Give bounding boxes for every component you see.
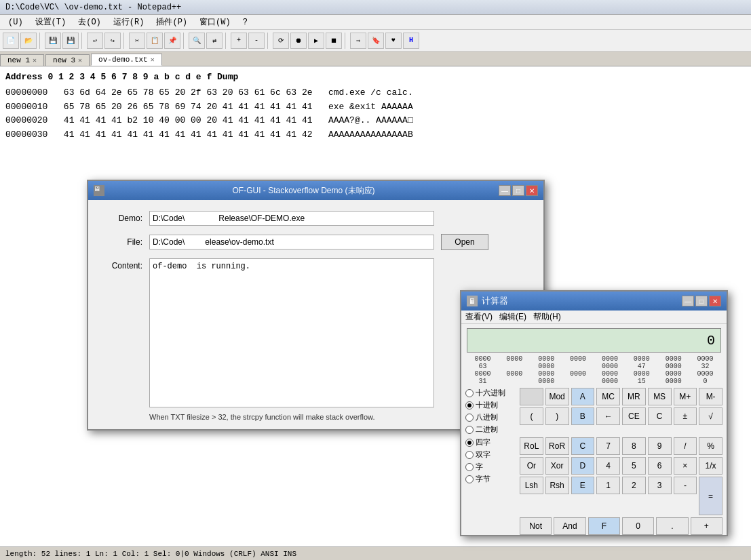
calc-menu-edit[interactable]: 编辑(E): [499, 311, 526, 323]
calc-Not-btn[interactable]: Not: [520, 517, 552, 535]
toolbar-btn-stop[interactable]: ⏹: [326, 33, 342, 49]
menu-plugins[interactable]: 插件(P): [151, 15, 193, 29]
radio-qword[interactable]: 四字: [465, 437, 517, 447]
calc-close-btn[interactable]: ✕: [709, 296, 721, 306]
menu-help[interactable]: ?: [237, 16, 253, 28]
calc-MC-btn[interactable]: MC: [596, 388, 620, 405]
tab-new1-close[interactable]: ✕: [33, 56, 37, 64]
menu-settings[interactable]: 设置(T): [30, 15, 72, 29]
calc-And-btn[interactable]: And: [554, 517, 585, 535]
ofgui-open-btn[interactable]: Open: [441, 234, 488, 250]
radio-hex[interactable]: 十六进制: [465, 388, 517, 398]
calc-menu-view[interactable]: 查看(V): [465, 311, 493, 323]
tab-new3-close[interactable]: ✕: [78, 56, 82, 64]
calc-RoR-btn[interactable]: RoR: [545, 437, 569, 455]
calc-6-btn[interactable]: 6: [648, 457, 672, 475]
toolbar-btn-save[interactable]: 💾: [45, 33, 61, 49]
calc-F-btn[interactable]: F: [588, 517, 620, 535]
ofgui-demo-input[interactable]: [149, 211, 434, 226]
toolbar-btn-new[interactable]: 📄: [3, 33, 19, 49]
toolbar-btn-replace[interactable]: ⇄: [206, 33, 223, 49]
calc-D-btn[interactable]: D: [571, 457, 595, 475]
radio-bin[interactable]: 二进制: [465, 424, 517, 435]
calc-Mplus-btn[interactable]: M+: [674, 388, 697, 405]
radio-dword[interactable]: 双字: [465, 449, 517, 460]
calc-pct-btn[interactable]: %: [699, 437, 723, 455]
toolbar-btn-undo[interactable]: ↩: [87, 33, 103, 49]
calc-C-btn[interactable]: C: [648, 407, 672, 425]
toolbar-btn-cut[interactable]: ✂: [129, 33, 145, 49]
toolbar-btn-saveall[interactable]: 💾: [62, 33, 79, 49]
calc-mod-btn[interactable]: Mod: [545, 388, 569, 405]
ofgui-minimize-btn[interactable]: —: [499, 185, 511, 196]
calc-2-btn[interactable]: 2: [622, 477, 646, 494]
tab-ovdemo-close[interactable]: ✕: [151, 56, 155, 64]
calc-maximize-btn[interactable]: □: [695, 296, 708, 306]
toolbar-btn-bookmark[interactable]: 🔖: [368, 33, 384, 49]
calc-C2-btn[interactable]: C: [571, 437, 595, 455]
calc-sub-btn[interactable]: -: [674, 477, 697, 494]
calc-blank1-btn[interactable]: [520, 388, 543, 405]
calc-Lsh-btn[interactable]: Lsh: [520, 477, 543, 494]
calc-3-btn[interactable]: 3: [648, 477, 672, 494]
calc-B-btn[interactable]: B: [571, 407, 595, 425]
ofgui-close-btn[interactable]: ✕: [526, 185, 538, 196]
ofgui-content-textarea[interactable]: of-demo is running.: [149, 258, 434, 407]
toolbar-btn-copy[interactable]: 📋: [147, 33, 163, 49]
calc-MR-btn[interactable]: MR: [622, 388, 646, 405]
toolbar-btn-wrap[interactable]: ⇒: [350, 33, 366, 49]
toolbar-btn-open[interactable]: 📂: [20, 33, 37, 49]
calc-div-btn[interactable]: /: [674, 437, 697, 455]
calc-minimize-btn[interactable]: —: [682, 296, 694, 306]
toolbar-btn-play[interactable]: ▶: [308, 33, 324, 49]
toolbar-btn-H[interactable]: H: [403, 33, 419, 49]
calc-lparen-btn[interactable]: (: [520, 407, 543, 425]
toolbar-btn-redo[interactable]: ↪: [104, 33, 121, 49]
ofgui-file-input[interactable]: [149, 235, 434, 249]
calc-eq-btn[interactable]: =: [699, 477, 723, 515]
calc-0-btn[interactable]: 0: [622, 517, 654, 535]
toolbar-btn-heart[interactable]: ♥: [385, 33, 402, 49]
toolbar-btn-zoomout[interactable]: -: [248, 33, 265, 49]
menu-window[interactable]: 窗口(W): [194, 15, 236, 29]
calc-5-btn[interactable]: 5: [622, 457, 646, 475]
menu-go[interactable]: 去(O): [73, 15, 107, 29]
toolbar-btn-record[interactable]: ⏺: [290, 33, 307, 49]
calc-inv-btn[interactable]: 1/x: [699, 457, 723, 475]
radio-byte[interactable]: 字节: [465, 474, 517, 484]
calc-dot-btn[interactable]: .: [656, 517, 688, 535]
calc-mul-btn[interactable]: ×: [674, 457, 697, 475]
calc-sqrt-btn[interactable]: √: [699, 407, 723, 425]
calc-menu-help[interactable]: 帮助(H): [533, 311, 561, 323]
calc-9-btn[interactable]: 9: [648, 437, 672, 455]
tab-new1[interactable]: new 1 ✕: [0, 54, 44, 66]
tab-ovdemo[interactable]: ov-demo.txt ✕: [91, 54, 162, 66]
calc-CE-btn[interactable]: CE: [622, 407, 646, 425]
calc-add-btn[interactable]: +: [691, 517, 723, 535]
calc-rparen-btn[interactable]: ): [545, 407, 569, 425]
calc-A-btn[interactable]: A: [571, 388, 595, 405]
toolbar-btn-zoomin[interactable]: +: [231, 33, 247, 49]
radio-dec[interactable]: 十进制: [465, 400, 517, 410]
calc-Mminus-btn[interactable]: M-: [699, 388, 723, 405]
toolbar-btn-search[interactable]: 🔍: [189, 33, 205, 49]
toolbar-btn-paste[interactable]: 📌: [164, 33, 180, 49]
menu-u[interactable]: (U): [3, 16, 28, 28]
radio-word[interactable]: 字: [465, 462, 517, 472]
calc-Rsh-btn[interactable]: Rsh: [545, 477, 569, 494]
calc-7-btn[interactable]: 7: [596, 437, 620, 455]
calc-1-btn[interactable]: 1: [596, 477, 620, 494]
tab-new3[interactable]: new 3 ✕: [45, 54, 90, 66]
calc-RoL-btn[interactable]: RoL: [520, 437, 543, 455]
calc-8-btn[interactable]: 8: [622, 437, 646, 455]
calc-plusminus-btn[interactable]: ±: [674, 407, 697, 425]
ofgui-maximize-btn[interactable]: □: [512, 185, 524, 196]
toolbar-btn-sync[interactable]: ⟳: [273, 33, 289, 49]
menu-run[interactable]: 运行(R): [108, 15, 150, 29]
calc-back-btn[interactable]: ←: [596, 407, 620, 425]
calc-Xor-btn[interactable]: Xor: [545, 457, 569, 475]
calc-E-btn[interactable]: E: [571, 477, 595, 494]
radio-oct[interactable]: 八进制: [465, 412, 517, 422]
calc-MS-btn[interactable]: MS: [648, 388, 672, 405]
calc-Or-btn[interactable]: Or: [520, 457, 543, 475]
